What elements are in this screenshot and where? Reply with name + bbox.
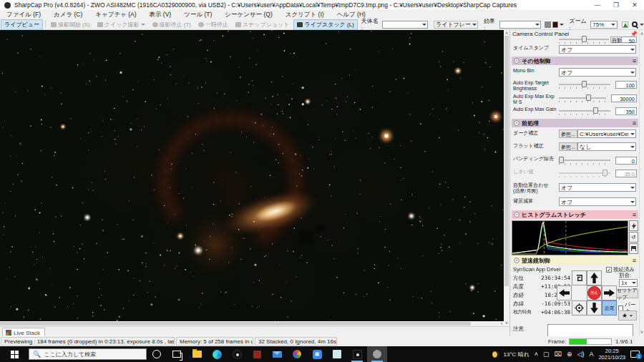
taskbar-search-input[interactable]: 🔍 ここに入力して検索 — [29, 348, 147, 360]
menu-scripts[interactable]: スクリプト (I) — [279, 11, 331, 19]
menu-file[interactable]: ファイル (F) — [0, 11, 47, 19]
banding-value[interactable]: 0 — [615, 157, 637, 165]
store-button[interactable] — [247, 346, 267, 362]
image-vertical-scrollbar[interactable]: ˄ ˅ — [504, 30, 509, 326]
dark-correction-select[interactable]: C:¥Users¥user¥Desktop¥Sh… — [577, 129, 636, 138]
reset-stretch-button[interactable]: ↺ — [629, 232, 638, 243]
chevron-down-icon[interactable] — [560, 24, 564, 26]
cortana-button[interactable] — [147, 346, 167, 362]
section-menu-icon[interactable]: ≡ — [633, 257, 636, 264]
section-menu-icon[interactable]: ≡ — [633, 119, 636, 127]
dark-browse-button[interactable]: 参照... — [559, 129, 577, 138]
stop-slew-button[interactable]: 停止 — [587, 285, 602, 300]
slider-thumb[interactable] — [593, 107, 598, 114]
quick-capture-button[interactable]: クイック撮影 — [94, 20, 148, 29]
live-stack-button[interactable]: ライブスタック (L) — [293, 19, 357, 30]
aemg-value[interactable]: 350 — [615, 107, 637, 115]
minimize-button[interactable]: — — [588, 0, 607, 10]
zoom-select[interactable]: 75% — [590, 21, 618, 29]
image-horizontal-scrollbar[interactable]: › — [0, 321, 504, 326]
effect-select[interactable] — [499, 21, 541, 29]
section-telescope-control[interactable]: ˄ 望遠鏡制御 ≡ — [512, 256, 638, 265]
live-view-button[interactable]: ライブビュー — [1, 19, 43, 30]
tracking-button[interactable]: 追尾 — [602, 300, 617, 315]
timestamp-select[interactable]: オフ — [559, 45, 636, 54]
task-view-button[interactable] — [167, 346, 187, 362]
usb-icon[interactable]: ⌧ — [555, 351, 562, 358]
maximize-button[interactable]: ❐ — [607, 0, 625, 10]
section-menu-icon[interactable]: ≡ — [633, 211, 636, 218]
capture-stop-button[interactable]: 撮影停止 (T) — [150, 20, 194, 29]
section-menu-icon[interactable]: ≡ — [633, 57, 636, 64]
mail-button[interactable] — [267, 346, 287, 362]
capture-start-button[interactable]: 撮影開始 (S) — [48, 20, 93, 29]
zoom-app-button[interactable]: ▣ — [307, 346, 327, 362]
menu-tools[interactable]: ツール (T) — [177, 11, 218, 19]
flat-correction-select[interactable]: なし — [577, 142, 636, 151]
object-name-input[interactable] — [382, 21, 428, 29]
live-stack-image[interactable] — [0, 30, 504, 321]
slew-up-button[interactable] — [587, 270, 602, 285]
histogram-display[interactable] — [512, 220, 628, 255]
sharpcap-taskbar-button[interactable] — [347, 346, 367, 362]
section-histogram-stretch[interactable]: ˄ ヒストグラムストレッチ ≡ — [512, 210, 638, 219]
dark-app-button[interactable] — [227, 346, 247, 362]
display-icon[interactable]: ▢ — [543, 351, 550, 358]
aeme-value[interactable]: 30000 — [611, 94, 637, 102]
notes-app-button[interactable] — [327, 346, 347, 362]
spiral-search-button[interactable] — [572, 270, 587, 285]
display-mode-swatch[interactable] — [545, 21, 551, 28]
histogram-icon[interactable] — [622, 21, 628, 28]
rate-select[interactable]: 1x — [619, 279, 638, 287]
collapse-icon[interactable]: ˄ — [514, 120, 519, 126]
section-other-controls[interactable]: ˄ その他制御 ≡ — [512, 57, 638, 65]
pause-button[interactable]: 一時停止 — [195, 20, 231, 29]
color-swatch[interactable] — [552, 21, 559, 28]
edge-button[interactable] — [207, 346, 227, 362]
auto-stretch-button[interactable] — [629, 220, 638, 231]
ime-indicator[interactable]: A — [589, 351, 593, 358]
frame-type-select[interactable]: ライトフレーム — [434, 21, 478, 29]
slew-down-button[interactable] — [587, 300, 602, 315]
tray-expand-icon[interactable]: ˄ — [535, 351, 538, 358]
slider-thumb[interactable] — [582, 36, 587, 42]
paint3d-button[interactable] — [287, 346, 307, 362]
panel-scrollbar[interactable]: ˄ ˅ — [639, 30, 644, 336]
mono-bin-select[interactable]: オフ — [559, 68, 636, 77]
slider-thumb[interactable] — [582, 81, 587, 87]
menu-view[interactable]: 表示 (V) — [142, 11, 177, 19]
slider-thumb[interactable] — [586, 94, 591, 101]
note-textbox[interactable] — [547, 324, 633, 336]
value-box[interactable]: 50 — [621, 36, 637, 43]
collapse-icon[interactable]: ˄ — [514, 258, 519, 263]
weather-widget[interactable]: 13°C 晴れ — [504, 351, 530, 358]
aetb-value[interactable]: 100 — [615, 81, 637, 89]
speaker-icon[interactable]: ◁) — [577, 351, 585, 358]
goto-star-button[interactable]: ★ — [618, 310, 637, 321]
setup-button[interactable]: セットアップ — [616, 289, 638, 298]
snapshot-button[interactable]: スナップショット — [233, 20, 293, 29]
magnifier-icon[interactable] — [632, 21, 638, 27]
slider-thumb[interactable] — [559, 157, 564, 163]
slider-thumb[interactable] — [602, 170, 608, 176]
taskbar-clock[interactable]: 20:25 2021/10/23 — [598, 348, 625, 361]
network-icon[interactable]: ⊕ — [567, 351, 572, 358]
menu-camera[interactable]: カメラ (C) — [47, 11, 89, 19]
file-explorer-button[interactable] — [187, 346, 207, 362]
slew-left-button[interactable] — [557, 285, 572, 300]
slew-right-button[interactable] — [602, 285, 617, 300]
background-subtraction-select[interactable]: オフ — [559, 197, 636, 206]
center-target-button[interactable] — [572, 300, 587, 315]
collapse-icon[interactable]: ˄ — [514, 212, 519, 217]
notification-icon[interactable]: 1 — [630, 351, 640, 358]
menu-capture[interactable]: キャプチャ (A) — [89, 11, 142, 19]
close-button[interactable]: ✕ — [625, 0, 644, 10]
save-stretch-button[interactable] — [629, 243, 638, 254]
start-button[interactable] — [0, 346, 29, 362]
flat-browse-button[interactable]: 参照... — [559, 142, 577, 151]
auto-align-select[interactable]: オフ — [559, 183, 636, 192]
menu-sequencer[interactable]: シーケンサー (Q) — [218, 11, 278, 19]
chevron-down-icon[interactable] — [640, 24, 644, 26]
planetarium-taskbar-button[interactable] — [367, 346, 387, 362]
collapse-icon[interactable]: ˄ — [514, 58, 519, 64]
